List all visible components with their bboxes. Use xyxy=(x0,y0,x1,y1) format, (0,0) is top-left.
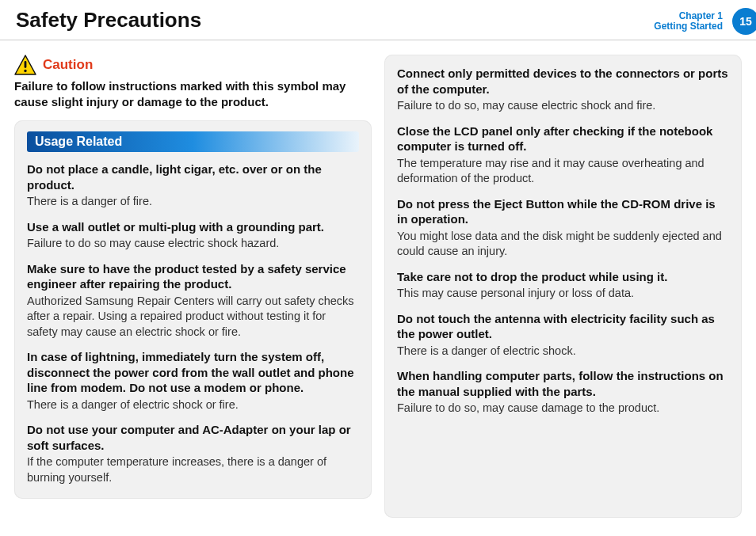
precaution-item: Do not touch the antenna with electricit… xyxy=(397,311,729,359)
precaution-body: Failure to do so, may cause electric sho… xyxy=(397,98,729,114)
usage-item-body: If the computer temperature increases, t… xyxy=(27,454,359,485)
caution-description: Failure to follow instructions marked wi… xyxy=(14,78,372,109)
precaution-heading: Do not press the Eject Button while the … xyxy=(397,196,729,227)
usage-item: Do not use your computer and AC-Adapter … xyxy=(27,422,359,485)
precaution-item: Connect only permitted devices to the co… xyxy=(397,66,729,114)
right-box: Connect only permitted devices to the co… xyxy=(384,55,742,518)
usage-related-box: Usage Related Do not place a candle, lig… xyxy=(14,120,372,499)
svg-point-2 xyxy=(24,70,26,72)
precaution-body: The temperature may rise and it may caus… xyxy=(397,156,729,187)
usage-item: Make sure to have the product tested by … xyxy=(27,261,359,340)
svg-rect-1 xyxy=(25,61,27,68)
usage-item-body: Failure to do so may cause electric shoc… xyxy=(27,236,359,252)
precaution-body: Failure to do so, may cause damage to th… xyxy=(397,401,729,416)
usage-related-heading: Usage Related xyxy=(27,131,359,152)
header-meta: Chapter 1 Getting Started 15 xyxy=(654,8,756,35)
precaution-item: When handling computer parts, follow the… xyxy=(397,368,729,416)
precaution-item: Take care not to drop the product while … xyxy=(397,269,729,302)
right-column: Connect only permitted devices to the co… xyxy=(384,55,742,518)
precaution-item: Do not press the Eject Button while the … xyxy=(397,196,729,260)
usage-item-heading: Use a wall outlet or multi-plug with a g… xyxy=(27,219,359,235)
caution-label: Caution xyxy=(43,57,93,73)
precaution-body: You might lose data and the disk might b… xyxy=(397,229,729,260)
usage-item: Do not place a candle, light cigar, etc.… xyxy=(27,162,359,210)
caution-header: Caution xyxy=(14,55,372,75)
precaution-heading: Do not touch the antenna with electricit… xyxy=(397,311,729,342)
content-columns: Caution Failure to follow instructions m… xyxy=(0,40,756,518)
chapter-block: Chapter 1 Getting Started xyxy=(654,11,726,32)
usage-item-body: There is a danger of electric shock or f… xyxy=(27,397,359,413)
precaution-body: This may cause personal injury or loss o… xyxy=(397,286,729,302)
warning-icon xyxy=(14,55,36,75)
chapter-section: Getting Started xyxy=(654,21,723,32)
usage-item-heading: Do not use your computer and AC-Adapter … xyxy=(27,422,359,453)
precaution-item: Close the LCD panel only after checking … xyxy=(397,124,729,187)
usage-item: In case of lightning, immediately turn t… xyxy=(27,349,359,412)
page-number-badge: 15 xyxy=(732,8,756,35)
usage-item: Use a wall outlet or multi-plug with a g… xyxy=(27,219,359,252)
precaution-heading: Close the LCD panel only after checking … xyxy=(397,124,729,154)
usage-item-heading: Do not place a candle, light cigar, etc.… xyxy=(27,162,359,192)
page-header: Safety Precautions Chapter 1 Getting Sta… xyxy=(0,0,756,40)
usage-item-heading: Make sure to have the product tested by … xyxy=(27,261,359,292)
precaution-heading: When handling computer parts, follow the… xyxy=(397,368,729,399)
left-column: Caution Failure to follow instructions m… xyxy=(14,55,372,518)
usage-item-body: There is a danger of fire. xyxy=(27,194,359,210)
precaution-heading: Take care not to drop the product while … xyxy=(397,269,729,285)
precaution-heading: Connect only permitted devices to the co… xyxy=(397,66,729,97)
usage-item-body: Authorized Samsung Repair Centers will c… xyxy=(27,294,359,340)
page-title: Safety Precautions xyxy=(16,8,201,32)
usage-item-heading: In case of lightning, immediately turn t… xyxy=(27,349,359,396)
precaution-body: There is a danger of electric shock. xyxy=(397,344,729,359)
